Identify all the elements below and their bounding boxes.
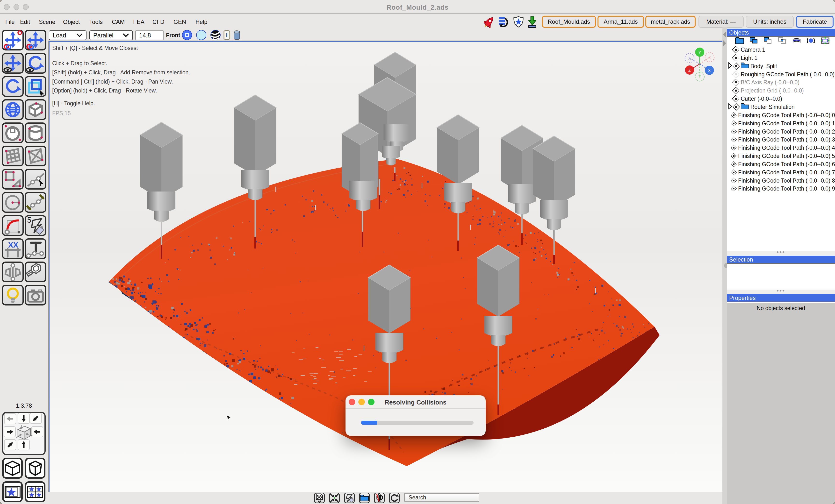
svg-text:Z: Z bbox=[688, 68, 691, 72]
svg-text:XX: XX bbox=[8, 240, 18, 249]
svg-text:5: 5 bbox=[27, 216, 32, 224]
svg-text:X: X bbox=[688, 56, 691, 60]
svg-text:X: X bbox=[708, 68, 711, 73]
svg-text:Y: Y bbox=[698, 75, 701, 79]
svg-text:Y: Y bbox=[698, 50, 701, 55]
svg-text:Z: Z bbox=[708, 56, 711, 60]
